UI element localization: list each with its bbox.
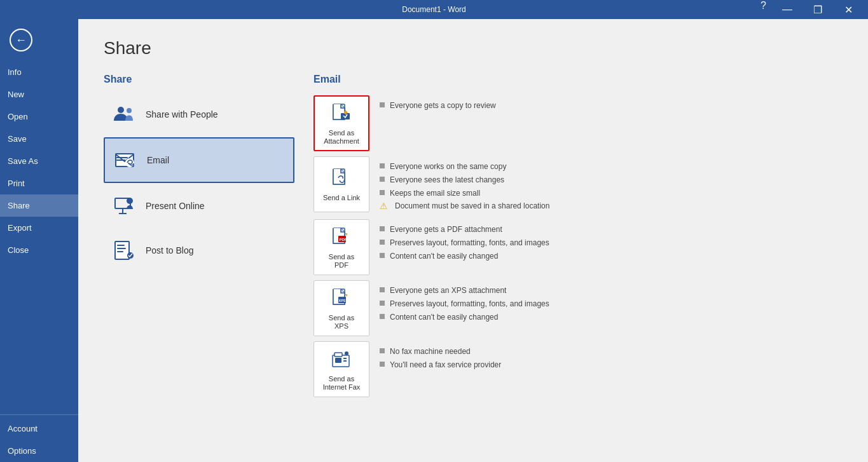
app-body: ← Info New Open Save Save As Print Share… xyxy=(0,19,868,462)
send-pdf-label: Send asPDF xyxy=(329,253,354,269)
back-circle-icon: ← xyxy=(10,29,32,51)
bullet-item: Preserves layout, formatting, fonts, and… xyxy=(380,238,549,248)
svg-rect-3 xyxy=(116,157,128,158)
bullet-item: Content can't be easily changed xyxy=(380,251,549,262)
xps-icon: XPS xyxy=(329,286,354,311)
send-link-label: Send a Link xyxy=(323,194,360,202)
send-attachment-button[interactable]: Send asAttachment xyxy=(313,95,369,151)
share-section: Share Share with People xyxy=(104,74,843,397)
bullet-item: You'll need a fax service provider xyxy=(380,360,501,370)
bullet-icon xyxy=(380,253,385,258)
bullet-icon xyxy=(380,190,385,195)
svg-rect-27 xyxy=(343,360,347,362)
send-link-row: Send a Link Everyone works on the same c… xyxy=(313,156,843,214)
send-link-button[interactable]: Send a Link xyxy=(313,156,369,212)
share-options-panel: Share Share with People xyxy=(104,74,294,397)
svg-point-1 xyxy=(127,108,132,113)
svg-point-9 xyxy=(127,198,133,204)
bullet-icon xyxy=(380,163,385,168)
svg-point-0 xyxy=(118,107,124,113)
page-title: Share xyxy=(104,38,843,58)
bullet-icon xyxy=(380,240,385,245)
svg-rect-13 xyxy=(117,251,123,252)
share-with-people-option[interactable]: Share with People xyxy=(104,93,294,136)
bullet-warning-item: ⚠ Document must be saved in a shared loc… xyxy=(380,201,549,212)
pdf-icon: PDF xyxy=(329,225,354,250)
email-option[interactable]: Email xyxy=(104,137,294,183)
bullet-item: No fax machine needed xyxy=(380,346,501,357)
sidebar-item-print[interactable]: Print xyxy=(0,172,78,194)
bullet-item: Preserves layout, formatting, fonts, and… xyxy=(380,299,549,309)
minimize-button[interactable]: — xyxy=(773,0,802,19)
blog-icon xyxy=(111,238,137,263)
sidebar-item-options[interactable]: Options xyxy=(0,440,78,462)
bullet-icon xyxy=(380,362,385,367)
send-fax-label: Send asInternet Fax xyxy=(323,375,361,391)
svg-rect-25 xyxy=(335,358,341,363)
svg-rect-28 xyxy=(334,353,342,357)
share-with-people-label: Share with People xyxy=(146,109,218,119)
svg-rect-10 xyxy=(115,241,129,259)
email-buttons-list: Send asAttachment Everyone gets a copy t… xyxy=(313,95,843,397)
bullet-icon xyxy=(380,348,385,353)
bullet-item: Everyone gets a PDF attachment xyxy=(380,224,549,235)
send-xps-button[interactable]: XPS Send asXPS xyxy=(313,280,369,336)
send-fax-bullets: No fax machine needed You'll need a fax … xyxy=(380,341,501,373)
svg-rect-12 xyxy=(117,248,126,249)
bullet-icon xyxy=(380,226,385,231)
send-link-bullets: Everyone works on the same copy Everyone… xyxy=(380,156,549,214)
sidebar-bottom: Account Options xyxy=(0,414,78,462)
svg-point-5 xyxy=(125,158,134,167)
svg-rect-11 xyxy=(117,245,125,246)
window-controls: ? — ❐ ✕ xyxy=(761,0,863,19)
post-to-blog-option[interactable]: Post to Blog xyxy=(104,229,294,272)
present-online-icon xyxy=(111,193,137,219)
svg-text:PDF: PDF xyxy=(340,238,347,241)
sidebar-item-account[interactable]: Account xyxy=(0,418,78,440)
share-options-title: Share xyxy=(104,74,294,85)
bullet-item: Everyone sees the latest changes xyxy=(380,175,549,186)
send-attachment-label: Send asAttachment xyxy=(324,129,359,146)
send-pdf-row: PDF Send asPDF Everyone gets a PDF attac… xyxy=(313,219,843,275)
bullet-item: Everyone gets an XPS attachment xyxy=(380,285,549,296)
svg-rect-26 xyxy=(343,358,347,359)
sidebar-item-new[interactable]: New xyxy=(0,83,78,105)
post-to-blog-label: Post to Blog xyxy=(146,245,194,255)
send-pdf-bullets: Everyone gets a PDF attachment Preserves… xyxy=(380,219,549,264)
bullet-item: Everyone gets a copy to review xyxy=(380,100,496,111)
bullet-icon xyxy=(380,177,385,182)
send-attachment-row: Send asAttachment Everyone gets a copy t… xyxy=(313,95,843,151)
present-online-option[interactable]: Present Online xyxy=(104,184,294,228)
warning-icon: ⚠ xyxy=(380,200,390,210)
people-icon xyxy=(111,102,137,127)
sidebar: ← Info New Open Save Save As Print Share… xyxy=(0,19,78,462)
present-online-label: Present Online xyxy=(146,201,205,211)
bullet-item: Keeps the email size small xyxy=(380,188,549,199)
maximize-button[interactable]: ❐ xyxy=(803,0,832,19)
back-button[interactable]: ← xyxy=(5,24,37,56)
sidebar-item-info[interactable]: Info xyxy=(0,61,78,83)
attachment-icon xyxy=(329,101,354,126)
sidebar-item-export[interactable]: Export xyxy=(0,217,78,239)
bullet-icon xyxy=(380,301,385,306)
email-detail-panel: Email xyxy=(294,74,843,397)
sidebar-item-open[interactable]: Open xyxy=(0,105,78,128)
sidebar-item-share[interactable]: Share xyxy=(0,194,78,217)
bullet-icon xyxy=(380,287,385,292)
send-xps-label: Send asXPS xyxy=(329,314,354,330)
title-bar: Document1 - Word ? — ❐ ✕ xyxy=(0,0,868,19)
close-button[interactable]: ✕ xyxy=(834,0,863,19)
help-icon[interactable]: ? xyxy=(761,0,766,19)
email-section-title: Email xyxy=(313,74,843,85)
svg-text:XPS: XPS xyxy=(339,299,346,302)
sidebar-item-save[interactable]: Save xyxy=(0,128,78,150)
sidebar-item-save-as[interactable]: Save As xyxy=(0,150,78,172)
send-fax-button[interactable]: Send asInternet Fax xyxy=(313,341,369,397)
email-option-label: Email xyxy=(147,155,169,165)
bullet-icon xyxy=(380,102,385,107)
sidebar-item-close[interactable]: Close xyxy=(0,239,78,261)
bullet-icon xyxy=(380,314,385,319)
send-pdf-button[interactable]: PDF Send asPDF xyxy=(313,219,369,275)
window-title: Document1 - Word xyxy=(402,5,465,14)
email-icon xyxy=(113,147,138,173)
